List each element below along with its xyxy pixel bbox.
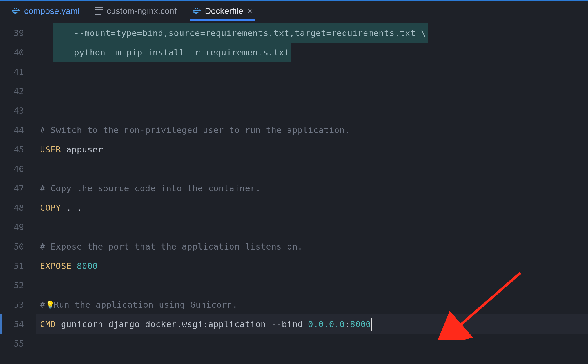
code-line-47[interactable]: # Copy the source code into the containe… [36, 179, 588, 198]
code-line-49[interactable] [36, 217, 588, 237]
code-text: gunicorn django_docker.wsgi:application … [56, 319, 308, 329]
code-line-42[interactable] [36, 82, 588, 101]
code-comment: # Switch to the non-privileged user to r… [40, 125, 350, 135]
editor-area: 39 40 41 42 43 44 45 46 47 48 49 50 51 5… [0, 21, 588, 364]
code-line-40[interactable]: python -m pip install -r requirements.tx… [36, 43, 588, 62]
close-icon[interactable]: × [247, 6, 252, 16]
code-line-43[interactable] [36, 101, 588, 120]
line-number[interactable]: 47 [0, 179, 36, 198]
tab-label: compose.yaml [24, 6, 80, 16]
code-line-45[interactable]: USER appuser [36, 140, 588, 159]
line-number[interactable]: 53 [0, 295, 36, 314]
line-number[interactable]: 40 [0, 43, 36, 62]
code-number: 8000 [72, 261, 98, 271]
code-line-48[interactable]: COPY . . [36, 198, 588, 217]
line-number[interactable]: 54 [0, 314, 36, 334]
code-line-55[interactable] [36, 334, 588, 353]
line-number[interactable]: 41 [0, 62, 36, 82]
code-line-51[interactable]: EXPOSE 8000 [36, 256, 588, 276]
code-keyword: COPY [40, 203, 61, 213]
code-line-39[interactable]: --mount=type=bind,source=requirements.tx… [36, 23, 588, 43]
code-comment: # [40, 300, 45, 310]
code-area[interactable]: --mount=type=bind,source=requirements.tx… [36, 21, 588, 364]
text-cursor [371, 318, 372, 331]
code-line-44[interactable]: # Switch to the non-privileged user to r… [36, 120, 588, 140]
svg-rect-8 [195, 8, 196, 9]
svg-rect-9 [197, 8, 198, 9]
code-comment: # Expose the port that the application l… [40, 242, 303, 251]
svg-rect-3 [14, 8, 15, 9]
svg-rect-4 [16, 8, 17, 9]
docker-icon [193, 7, 201, 15]
code-keyword: CMD [40, 319, 56, 329]
code-line-46[interactable] [36, 159, 588, 179]
text-file-icon [95, 7, 103, 15]
lightbulb-icon[interactable]: 💡 [46, 301, 54, 309]
line-number[interactable]: 44 [0, 120, 36, 140]
code-text: appuser [61, 145, 103, 154]
code-text: . . [61, 203, 82, 213]
code-text: : [345, 319, 350, 329]
tab-label: custom-nginx.conf [107, 6, 177, 16]
line-number[interactable]: 43 [0, 101, 36, 120]
editor-tab-bar: compose.yaml custom-nginx.conf Dockerfil… [0, 1, 588, 21]
docker-icon [12, 7, 20, 15]
line-number[interactable]: 46 [0, 159, 36, 179]
code-line-41[interactable] [36, 62, 588, 82]
code-text: --mount=type=bind,source=requirements.tx… [53, 28, 426, 38]
code-comment: # Copy the source code into the containe… [40, 183, 261, 193]
line-number[interactable]: 51 [0, 256, 36, 276]
code-keyword: EXPOSE [40, 261, 72, 271]
code-comment: Run the application using Gunicorn. [54, 300, 238, 310]
line-number[interactable]: 55 [0, 334, 36, 353]
tab-custom-nginx-conf[interactable]: custom-nginx.conf [88, 1, 185, 21]
line-number[interactable]: 48 [0, 198, 36, 217]
code-line-53[interactable]: #💡Run the application using Gunicorn. [36, 295, 588, 314]
line-number-gutter: 39 40 41 42 43 44 45 46 47 48 49 50 51 5… [0, 21, 36, 364]
code-line-52[interactable] [36, 276, 588, 295]
tab-label: Dockerfile [205, 6, 243, 16]
line-number[interactable]: 49 [0, 217, 36, 237]
code-line-54[interactable]: CMD gunicorn django_docker.wsgi:applicat… [36, 314, 588, 334]
line-number[interactable]: 42 [0, 82, 36, 101]
code-text: python -m pip install -r requirements.tx… [53, 48, 289, 57]
tab-compose-yaml[interactable]: compose.yaml [4, 1, 88, 21]
line-number[interactable]: 50 [0, 237, 36, 256]
line-number[interactable]: 45 [0, 140, 36, 159]
code-number: 8000 [350, 319, 371, 329]
code-keyword: USER [40, 145, 61, 154]
line-number[interactable]: 52 [0, 276, 36, 295]
tab-dockerfile[interactable]: Dockerfile × [185, 1, 260, 21]
code-number: 0.0.0.0 [308, 319, 345, 329]
code-line-50[interactable]: # Expose the port that the application l… [36, 237, 588, 256]
line-number[interactable]: 39 [0, 23, 36, 43]
